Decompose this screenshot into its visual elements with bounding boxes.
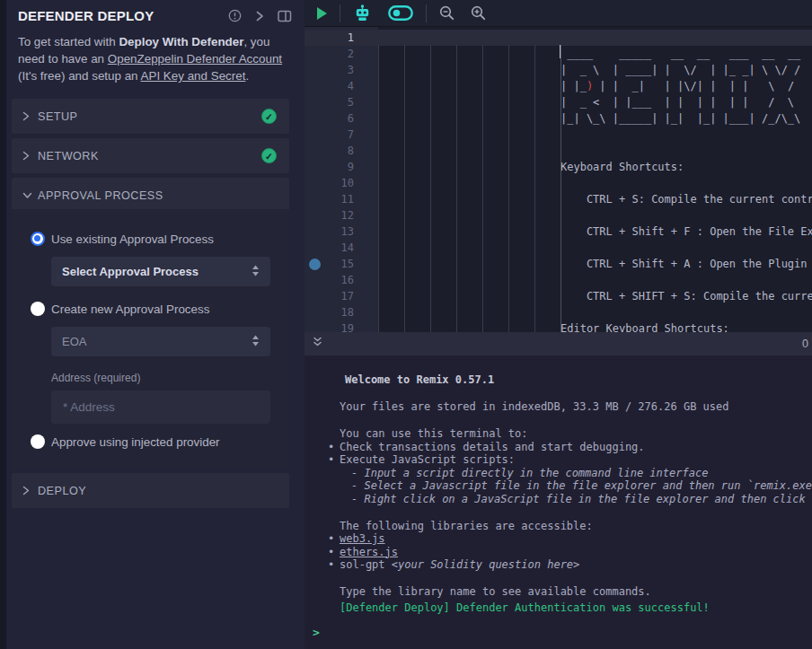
indent-guide: [508, 45, 509, 332]
description-bold: Deploy With Defender: [119, 35, 243, 48]
terminal-line: [Defender Deploy] Defender Authenticatio…: [340, 601, 812, 615]
zoom-in-icon: [471, 5, 486, 21]
chevron-right-icon: [22, 111, 38, 121]
editor-line: [378, 240, 812, 256]
line-number[interactable]: 16: [304, 272, 378, 288]
radio-button[interactable]: [31, 302, 45, 316]
line-number[interactable]: 11: [304, 191, 378, 207]
line-number[interactable]: 9: [304, 159, 378, 175]
terminal-line: [340, 505, 812, 520]
line-number[interactable]: 8: [304, 143, 378, 159]
radio-create-new[interactable]: Create new Approval Process: [12, 302, 277, 316]
zoom-out-button[interactable]: [431, 0, 463, 27]
line-number[interactable]: 19: [304, 320, 378, 332]
radio-injected-provider[interactable]: Approve using injected provider: [12, 434, 277, 449]
line-number[interactable]: 3: [304, 62, 378, 78]
approval-process-select[interactable]: Select Approval Process: [51, 257, 270, 286]
terminal-line: - Input a script directly in the command…: [340, 467, 812, 480]
editor[interactable]: 12345678910111213141516171819 ____ _____…: [304, 27, 812, 332]
defender-account-link[interactable]: OpenZeppelin Defender Account: [108, 52, 282, 66]
bullet: •: [328, 558, 334, 572]
section-approval-process[interactable]: APPROVAL PROCESS: [12, 178, 289, 213]
line-number[interactable]: 14: [304, 240, 378, 256]
accordion: SETUP ✓ NETWORK ✓ APPROVAL PROCESS Use e…: [12, 99, 289, 508]
address-label: Address (required): [51, 372, 277, 384]
radio-use-existing[interactable]: Use existing Approval Process: [12, 232, 277, 246]
editor-line: CTRL + Shift + A : Open the Plugin Manag…: [378, 256, 812, 272]
collapse-panel-icon[interactable]: [255, 10, 264, 22]
line-number[interactable]: 4: [304, 78, 378, 94]
section-network[interactable]: NETWORK ✓: [12, 138, 289, 173]
line-number[interactable]: 2: [304, 46, 378, 62]
run-script-button[interactable]: [309, 0, 335, 27]
terminal-line: •sol-gpt <your Solidity question here>: [340, 558, 812, 572]
toolbar-divider: [340, 4, 340, 22]
line-number[interactable]: 7: [304, 127, 378, 143]
line-number[interactable]: 6: [304, 110, 378, 127]
line-number[interactable]: 1: [304, 30, 378, 46]
ai-assistant-button[interactable]: [345, 0, 380, 27]
ai-copilot-toggle[interactable]: [380, 0, 421, 27]
api-key-link[interactable]: API Key and Secret: [141, 69, 246, 83]
editor-line: | _ < | |___ | | | | | | / \: [378, 94, 812, 110]
terminal-output[interactable]: Welcome to Remix 0.57.1Your files are st…: [304, 355, 812, 649]
info-icon[interactable]: [228, 9, 242, 22]
line-number[interactable]: 13: [304, 224, 378, 240]
editor-line: | _ \ | ____| | \/ | |_ _| \ \/ /: [378, 62, 812, 78]
check-circle-icon: ✓: [261, 148, 277, 163]
line-number[interactable]: 18: [304, 304, 378, 320]
listen-count-badge: 0: [802, 338, 808, 350]
play-icon: [317, 7, 327, 20]
line-number[interactable]: 17: [304, 288, 378, 304]
expand-terminal-icon[interactable]: [312, 336, 323, 352]
terminal-line: The following libraries are accessible:: [340, 520, 812, 533]
approval-process-form: Use existing Approval Process Select App…: [12, 209, 289, 469]
section-label: APPROVAL PROCESS: [38, 189, 277, 202]
terminal-line[interactable]: •ethers.js: [340, 546, 812, 559]
bullet: •: [328, 441, 334, 454]
chevron-right-icon: [22, 151, 38, 161]
editor-line: [378, 272, 812, 288]
line-number[interactable]: 10: [304, 175, 378, 191]
panel-title: DEFENDER DEPLOY: [18, 8, 228, 23]
section-deploy[interactable]: DEPLOY: [12, 473, 289, 508]
toolbar-divider: [426, 4, 427, 22]
address-input[interactable]: [51, 390, 270, 424]
editor-line: CTRL + SHIFT + S: Compile the current co…: [378, 288, 812, 304]
radio-button[interactable]: [31, 434, 45, 449]
zoom-in-button[interactable]: [463, 0, 494, 27]
select-updown-icon: [252, 264, 260, 280]
editor-line: [378, 143, 812, 159]
terminal-line: - Right click on a JavaScript file in th…: [340, 493, 812, 506]
line-number[interactable]: 5: [304, 94, 378, 110]
line-number[interactable]: 15: [304, 256, 378, 272]
terminal-line[interactable]: •web3.js: [340, 532, 812, 546]
editor-toolbar: [304, 0, 812, 27]
terminal-line: Type the library name to see available c…: [340, 585, 812, 599]
editor-line: [378, 207, 812, 224]
terminal-line: [340, 387, 812, 401]
layout-columns-icon[interactable]: [278, 10, 292, 22]
radio-button-checked[interactable]: [31, 232, 45, 246]
editor-line: [378, 30, 812, 46]
line-numbers: 12345678910111213141516171819: [304, 30, 378, 332]
code-lines: ____ _____ __ __ ___ __ __| _ \ | ____| …: [378, 30, 812, 332]
line-number[interactable]: 12: [304, 207, 378, 224]
terminal-header[interactable]: 0: [304, 332, 812, 355]
terminal-line: •Check transactions details and start de…: [340, 441, 812, 454]
terminal-line: - Select a Javascript file in the file e…: [340, 479, 812, 493]
approval-type-select[interactable]: EOA: [51, 327, 270, 356]
editor-line: |_| \_\ |_____| |_| |_| |___| /_/\_\: [378, 110, 812, 127]
section-setup[interactable]: SETUP ✓: [12, 99, 289, 134]
terminal-prompt[interactable]: >: [313, 626, 320, 639]
terminal-line: Welcome to Remix 0.57.1: [340, 373, 812, 387]
terminal-line: [340, 414, 812, 428]
radio-label: Approve using injected provider: [51, 435, 220, 449]
chevron-right-icon: [22, 486, 38, 496]
icon-panel-edge: [0, 0, 6, 649]
check-circle-icon: ✓: [261, 109, 277, 124]
editor-line: | |_) | | _| | |\/| | | | \ /: [378, 78, 812, 94]
radio-label: Create new Approval Process: [51, 303, 209, 316]
terminal-line: Your files are stored in indexedDB, 33.3…: [340, 400, 812, 414]
indent-guide: [482, 45, 483, 332]
